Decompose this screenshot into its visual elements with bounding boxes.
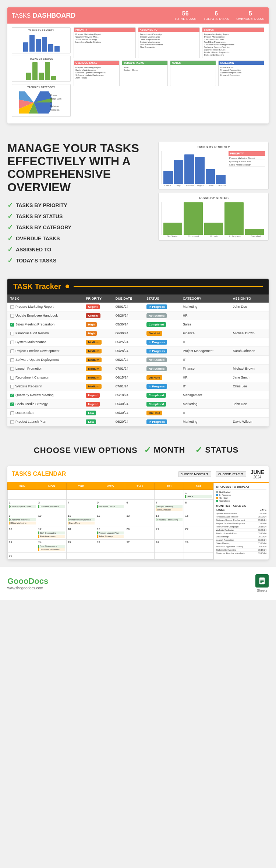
task-checkbox[interactable] [10, 402, 14, 406]
cell-due: 05/30/24 [113, 320, 144, 329]
cal-week-row: 9Employee WellnessOffice Marketing1011Pe… [8, 513, 213, 526]
assigned-cell-title: ASSIGNED TO [138, 28, 200, 32]
col-task: TASK [7, 294, 83, 303]
cell-status: Completed [144, 320, 180, 329]
cell-priority: Low [83, 408, 112, 417]
bar-completed [32, 62, 38, 80]
bar-medium-fill [184, 154, 194, 184]
ml-task-name: Product Launch Plan [216, 532, 237, 534]
assigned-item-1: Recruitment Campaign [140, 33, 198, 35]
task-checkbox[interactable] [10, 394, 14, 397]
tasks-status-title: TASKS BY STATUS [14, 57, 69, 60]
cell-status: In Progress [144, 382, 180, 391]
task-checkbox[interactable] [10, 305, 14, 309]
task-checkbox[interactable] [10, 332, 14, 335]
sb-cancelled [245, 229, 264, 235]
tracker-header-row: TASK PRIORITY DUE DATE STATUS CATEGORY A… [7, 294, 269, 303]
cal-sidebar: STATUSES TO DISPLAY Not StartedIn Progre… [213, 483, 269, 560]
cell-assign [230, 391, 269, 400]
cat-item-4: Financial Consulting [220, 74, 262, 76]
status-filter-item: In Progress [216, 494, 266, 496]
footer: GoooDocs www.thegoodocs.com Sheets [0, 567, 276, 600]
table-row: System Maintenance Medium 05/25/24 In Pr… [7, 338, 269, 346]
overdue-tasks-label: OVERDUE TASKS [236, 17, 264, 21]
sb-onhold [204, 223, 223, 235]
cal-body-rows: 1Task A2Client Proposal Draft3Database R… [8, 489, 213, 559]
task-checkbox[interactable] [10, 385, 14, 388]
cal-day-cell: 26 [96, 539, 125, 552]
cell-assign: David Wilson [230, 417, 269, 426]
statuses-section: STATUSES TO DISPLAY Not StartedIn Progre… [216, 485, 266, 502]
tasks-priority-title: TASKS BY PRIORITY [14, 29, 69, 32]
cell-category: Finance [180, 329, 230, 338]
tracker-line [74, 286, 263, 287]
bar-group-medium [184, 154, 194, 184]
bar-inprogress [45, 62, 50, 80]
sb-group-can [245, 229, 264, 235]
cell-task: Financial Audit Review [7, 329, 83, 338]
priority-badge: Medium [86, 384, 101, 389]
priority-badge: Medium [86, 340, 101, 345]
status-badge: In Progress [146, 340, 167, 345]
choose-month-btn[interactable]: CHOOSE MONTH ▼ [178, 471, 211, 477]
ml-task-name: Project Timeline Development [216, 522, 245, 524]
task-checkbox[interactable] [10, 411, 14, 415]
bar-group-low [206, 169, 215, 184]
today-tasks-value: 6 [204, 10, 229, 17]
heading-line1: MANAGE YOUR TASKS [7, 142, 139, 155]
choose-year-btn[interactable]: CHOOSE YEAR ▼ [216, 471, 246, 477]
cell-task: Website Redesign [7, 382, 83, 391]
cal-date-num: 10 [38, 514, 65, 517]
priority-sidebar: PRIORITY Prepare Marketing Report Quarte… [229, 151, 265, 187]
table-row: Social Media Strategy Urgent 05/30/24 Co… [7, 400, 269, 408]
cal-day-cell: 4 [66, 499, 96, 513]
cal-day-cell: 20 [125, 526, 155, 539]
task-checkbox[interactable] [10, 420, 14, 424]
ml-task-date: 05/30/24 [258, 536, 266, 538]
priority-item-1: Prepare Marketing Report [75, 33, 134, 35]
goodocs-logo: GoooDocs www.thegoodocs.com [7, 576, 48, 590]
pie-legend-mkt: Marketing [50, 105, 59, 107]
status-badge: On Hold [146, 375, 162, 380]
tracker-dot [66, 285, 69, 288]
cal-day-cell: 12 [96, 513, 125, 526]
label-routine: Routine [217, 184, 227, 187]
priority-badge: Medium [86, 349, 101, 353]
task-checkbox[interactable] [10, 376, 14, 380]
status-badge: In Progress [146, 419, 167, 424]
task-checkbox[interactable] [10, 323, 14, 327]
feature-item-5: ✓ASSIGNED TO [7, 245, 151, 254]
cell-status: On Hold [144, 329, 180, 338]
task-checkbox[interactable] [10, 358, 14, 362]
assigned-item-5: Jane Smith Preparation [140, 43, 198, 46]
status-item-2: System Maintenance [204, 36, 262, 38]
task-checkbox[interactable] [10, 367, 14, 371]
overdue-item-3: Software Update Development [75, 72, 118, 74]
calendar-section: TASKS CALENDAR CHOOSE MONTH ▼ CHOOSE YEA… [7, 466, 269, 560]
cal-task-item: Client Proposal Draft [9, 505, 36, 508]
cell-priority: Medium [83, 346, 112, 355]
today-item-2: System Check [124, 69, 166, 71]
status-badge: Completed [146, 402, 166, 407]
status-badge: In Progress [146, 349, 167, 353]
cell-task: System Maintenance [7, 338, 83, 346]
cal-sat: SAT [184, 483, 213, 489]
list-item: Technical Appraisal Training06/10/24 [216, 545, 266, 548]
sl-ns: Not Started [163, 235, 182, 237]
cal-fri: FRI [155, 483, 184, 489]
task-checkbox[interactable] [10, 341, 14, 344]
cell-due: 06/30/24 [113, 329, 144, 338]
sheets-badge-container: Sheets [255, 574, 269, 592]
choose-view-label: CHOOSE VIEW OPTIONS [34, 446, 138, 455]
bar-group-high [174, 160, 184, 184]
cell-assign: Michael Brown [230, 329, 269, 338]
status-badge: Not Started [146, 366, 167, 371]
ml-date-header: DATE [259, 509, 266, 511]
task-checkbox[interactable] [10, 349, 14, 353]
table-row: Data Backup Low 05/30/24 On Hold IT [7, 408, 269, 417]
table-row: Website Redesign Medium 07/01/24 In Prog… [7, 382, 269, 391]
task-checkbox[interactable] [10, 314, 14, 318]
monthly-list-section: MONTHLY TASKS LIST TASKS DATE System Mai… [216, 504, 266, 555]
list-item: Software Update Deployment05/21/24 [216, 519, 266, 522]
cal-task-item: Database Research [38, 505, 65, 508]
